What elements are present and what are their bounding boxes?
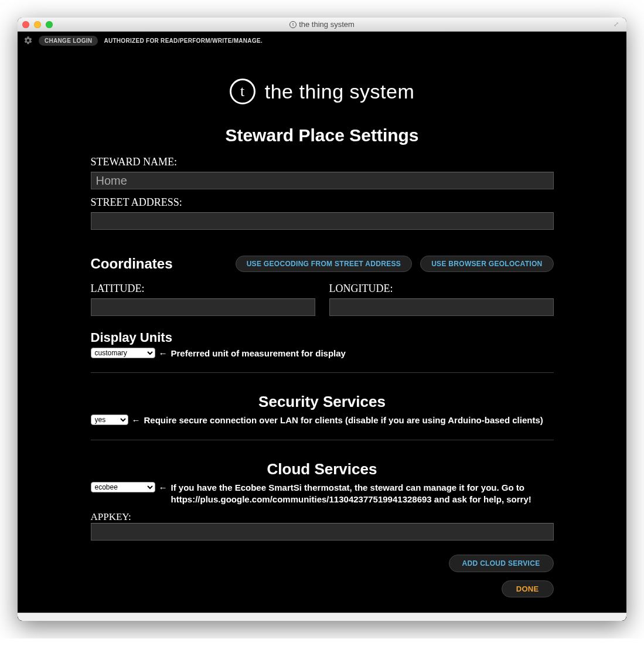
page-title: Steward Place Settings [91,125,554,145]
coordinates-header: Coordinates USE GEOCODING FROM STREET AD… [91,256,554,272]
street-address-input[interactable] [91,212,554,230]
cloud-service-select[interactable]: ecobee [91,482,155,492]
separator [91,440,554,440]
auth-status-text: AUTHORIZED FOR READ/PERFORM/WRITE/MANAGE… [104,38,263,44]
appkey-label: APPKEY: [91,511,554,523]
display-units-help: Preferred unit of measurement for displa… [171,348,554,359]
arrow-left-icon: ← [159,482,168,494]
action-buttons: ADD CLOUD SERVICE DONE [91,555,554,597]
security-row: yes ← Require secure connection over LAN… [91,414,554,426]
top-toolbar: CHANGE LOGIN AUTHORIZED FOR READ/PERFORM… [18,32,626,49]
separator [91,372,554,373]
window-title: t the thing system [18,20,626,29]
security-select[interactable]: yes [91,414,128,425]
security-help: Require secure connection over LAN for c… [144,414,554,426]
appkey-input[interactable] [91,523,554,541]
longitude-label: LONGITUDE: [329,283,554,295]
coordinates-row: LATITUDE: LONGITUDE: [91,279,554,316]
display-units-select[interactable]: customary [91,348,155,358]
window-minimize-button[interactable] [34,21,41,28]
display-units-section: Display Units customary ← Preferred unit… [91,330,554,359]
display-units-row: customary ← Preferred unit of measuremen… [91,348,554,359]
window-title-text: the thing system [299,20,355,29]
security-title: Security Services [91,393,554,411]
steward-name-label: STEWARD NAME: [91,156,554,168]
geocode-button[interactable]: USE GEOCODING FROM STREET ADDRESS [236,256,412,272]
cloud-row: ecobee ← If you have the Ecobee SmartSi … [91,482,554,506]
street-address-label: STREET ADDRESS: [91,196,554,209]
change-login-button[interactable]: CHANGE LOGIN [39,36,98,46]
latitude-column: LATITUDE: [91,279,315,316]
coordinates-title: Coordinates [91,256,173,272]
display-units-title: Display Units [91,330,554,345]
add-cloud-service-button[interactable]: ADD CLOUD SERVICE [449,555,554,572]
cloud-help: If you have the Ecobee SmartSi thermosta… [171,482,554,506]
cloud-title: Cloud Services [91,460,554,478]
latitude-label: LATITUDE: [91,283,315,295]
app-window: t the thing system ⤢ CHANGE LOGIN AUTHOR… [18,18,626,621]
latitude-input[interactable] [91,298,315,316]
window-titlebar: t the thing system ⤢ [18,18,626,32]
steward-name-input[interactable] [91,172,554,189]
coordinates-buttons: USE GEOCODING FROM STREET ADDRESS USE BR… [236,256,554,272]
window-close-button[interactable] [22,21,29,28]
gear-icon[interactable] [23,36,33,45]
window-controls [22,21,53,28]
window-zoom-button[interactable] [46,21,53,28]
geolocate-button[interactable]: USE BROWSER GEOLOCATION [420,256,553,272]
arrow-left-icon: ← [159,348,168,359]
horizontal-scrollbar[interactable] [18,613,626,621]
brand-logo-icon: t [230,79,255,104]
brand-header: t the thing system [18,79,626,104]
longitude-input[interactable] [329,298,554,316]
done-button[interactable]: DONE [502,580,554,597]
main-form: Steward Place Settings STEWARD NAME: STR… [91,125,554,597]
window-title-icon: t [289,21,297,28]
arrow-left-icon: ← [132,414,141,426]
content-area: CHANGE LOGIN AUTHORIZED FOR READ/PERFORM… [18,32,626,621]
brand-name: the thing system [265,80,415,103]
window-expand-icon[interactable]: ⤢ [614,21,622,29]
longitude-column: LONGITUDE: [329,279,554,316]
